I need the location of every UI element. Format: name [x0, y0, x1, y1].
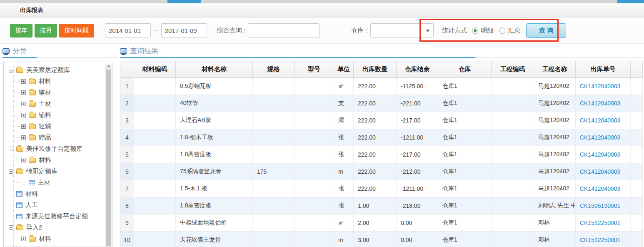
warehouse-select[interactable]: [370, 23, 434, 37]
cell-order-no[interactable]: CK1412040003: [576, 95, 631, 112]
tree-item[interactable]: +材料: [4, 233, 112, 245]
cell-order-no[interactable]: CK1412040003: [576, 163, 631, 180]
tree-item[interactable]: 主材: [4, 177, 112, 188]
folder-icon: [29, 237, 36, 242]
cell-qty: 222.00: [354, 146, 397, 163]
scrollbar-thumb[interactable]: [106, 70, 111, 246]
cell-order-no[interactable]: CK1412040003: [576, 78, 631, 95]
top-nav-tab[interactable]: 客服管理: [211, 0, 244, 3]
top-nav-tab[interactable]: 集团统计: [341, 0, 374, 3]
cell-project-name: 马超120402: [534, 112, 576, 129]
radio-icon[interactable]: [499, 27, 505, 34]
tree-item-label: 材料: [25, 190, 38, 198]
column-header: 材料名称: [176, 61, 253, 78]
expander-plus-icon[interactable]: +: [21, 237, 26, 241]
cell-trailing: [631, 197, 643, 215]
expander-minus-icon[interactable]: −: [9, 68, 13, 72]
column-header: 出库数量: [354, 61, 397, 78]
expander-plus-icon[interactable]: +: [21, 113, 26, 117]
category-sidebar: 分类 −美美家居定额库+材料+辅材+主材+辅料+轻辅+赠品−美佳装修平台定额库+…: [0, 44, 117, 247]
tree-item[interactable]: +材料: [4, 76, 112, 87]
cell-trailing: [631, 112, 643, 129]
folder-icon: [16, 225, 23, 230]
cell-model: [295, 163, 334, 180]
results-panel-head: 查询结果: [120, 44, 644, 58]
stat-option[interactable]: 明细: [472, 27, 493, 35]
expander-plus-icon[interactable]: +: [21, 102, 26, 106]
tree-item-label: 辅料: [39, 111, 51, 119]
expander-plus-icon[interactable]: +: [21, 158, 26, 162]
cell-unit: m: [334, 232, 354, 247]
tree-item[interactable]: +主材: [4, 98, 112, 110]
expander-minus-icon[interactable]: −: [9, 147, 13, 151]
tree-scrollbar[interactable]: [105, 62, 112, 247]
sub-tab-bar: 出库报表: [0, 3, 644, 17]
top-nav-tab[interactable]: 工程管理: [124, 0, 157, 3]
tree-item[interactable]: −导入2: [4, 222, 112, 233]
cell-unit: ㎡: [334, 78, 354, 95]
folder-icon: [29, 102, 36, 107]
tree-item[interactable]: +材料: [4, 155, 112, 166]
tree-item[interactable]: −美佳装修平台定额库: [4, 143, 112, 155]
tree-item[interactable]: 材料: [4, 188, 112, 200]
column-header: [120, 61, 134, 78]
cell-name: 1.8-细木工板: [176, 129, 253, 146]
cell-project-code: [492, 180, 534, 197]
tab-outbound-report[interactable]: 出库报表: [14, 3, 49, 17]
cell-order-no[interactable]: CK1412040003: [576, 180, 631, 197]
top-nav-tab[interactable]: 统计分析: [297, 0, 331, 3]
cell-name: 1.5-木工板: [176, 180, 253, 197]
radio-icon[interactable]: [472, 27, 478, 34]
tree-item[interactable]: +赠品: [4, 132, 112, 143]
top-nav-tab[interactable]: 工作台: [0, 0, 27, 3]
cell-project-name: 邓林: [534, 232, 576, 247]
tree-item[interactable]: +辅材: [4, 87, 112, 98]
folder-icon: [29, 113, 36, 118]
sidebar-panel-head: 分类: [2, 44, 117, 58]
date-from-input[interactable]: [105, 23, 151, 37]
tree-item[interactable]: +轻辅: [4, 121, 112, 132]
expander-plus-icon[interactable]: +: [21, 135, 26, 140]
cell-qty: 2.00: [354, 215, 397, 232]
scroll-up-icon[interactable]: [105, 62, 112, 70]
top-nav-tab[interactable]: 系统设置: [384, 0, 417, 3]
cell-project-name: 马超120402: [534, 180, 576, 197]
cell-order-no[interactable]: CK1412040003: [576, 129, 631, 146]
panel-icon: [120, 48, 127, 54]
expander-plus-icon[interactable]: +: [21, 90, 26, 95]
cell-spec: [253, 197, 295, 215]
expander-plus-icon[interactable]: +: [21, 79, 26, 84]
by-month-button[interactable]: 按月: [35, 24, 57, 37]
stat-option[interactable]: 汇总: [499, 27, 520, 35]
tree-item[interactable]: [4, 245, 112, 247]
by-year-button[interactable]: 按年: [10, 24, 32, 37]
top-nav-tab[interactable]: 材料管理: [167, 0, 201, 3]
tree-item-label: 绵阳定额库: [26, 167, 57, 175]
cell-unit: 张: [334, 146, 354, 163]
expander-minus-icon[interactable]: −: [9, 225, 13, 230]
cell-order-no[interactable]: CK1412040003: [576, 146, 631, 163]
folder-icon: [29, 90, 36, 95]
expander-plus-icon[interactable]: +: [21, 124, 26, 129]
tree-item[interactable]: 人工: [4, 200, 112, 211]
cell-order-no[interactable]: CK1412040003: [576, 112, 631, 129]
cell-trailing: [631, 146, 643, 163]
tree-item[interactable]: 来源美佳装修平台定额: [4, 211, 112, 222]
top-nav-tab[interactable]: 设计施工: [81, 0, 114, 3]
date-to-input[interactable]: [161, 23, 207, 37]
cell-order-no[interactable]: CK1505190001: [576, 197, 631, 215]
cell-order-no[interactable]: CK1512250001: [576, 232, 631, 247]
by-period-button[interactable]: 按时间段: [59, 24, 94, 37]
expander-minus-icon[interactable]: −: [9, 169, 13, 174]
table-icon: [29, 180, 35, 185]
top-nav-tab[interactable]: 财务管理: [254, 0, 287, 3]
stat-mode-label: 统计方式: [442, 27, 467, 35]
tree-item[interactable]: −绵阳定额库: [4, 166, 112, 177]
cell-order-no[interactable]: CK1512250001: [576, 215, 631, 232]
query-button[interactable]: 查 询: [526, 23, 566, 38]
column-header: 工程编码: [492, 61, 534, 78]
tree-item[interactable]: −美美家居定额库: [4, 65, 112, 76]
top-nav-tab[interactable]: 营销管理: [37, 0, 71, 3]
tree-item[interactable]: +辅料: [4, 110, 112, 121]
search-input[interactable]: [248, 23, 320, 37]
